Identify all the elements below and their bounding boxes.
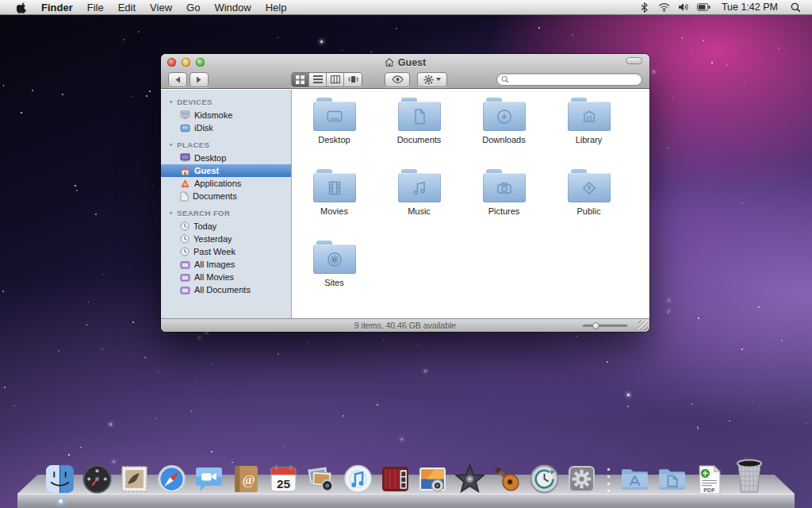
folder-music[interactable]: Music [380, 169, 459, 241]
menu-view[interactable]: View [143, 0, 179, 15]
window-title: Guest [398, 57, 426, 68]
window-titlebar[interactable]: Guest [161, 54, 649, 89]
search-icon [501, 75, 509, 83]
dock-garageband-icon[interactable] [492, 464, 522, 494]
document-icon [180, 191, 189, 202]
disclosure-triangle-icon: ▼ [168, 142, 174, 148]
clock-icon [180, 221, 190, 231]
ical-day-number: 25 [277, 477, 291, 491]
menu-window[interactable]: Window [207, 0, 258, 15]
volume-icon[interactable] [677, 0, 691, 15]
view-switcher [291, 72, 362, 87]
desktop-icon [180, 153, 190, 163]
app-menu-finder[interactable]: Finder [34, 0, 80, 15]
slider-knob[interactable] [592, 322, 599, 329]
icon-size-slider[interactable] [583, 325, 627, 327]
svg-text:@: @ [242, 471, 255, 487]
dock-trash-icon[interactable] [732, 457, 767, 494]
sidebar-section-places[interactable]: ▼PLACES [161, 138, 291, 152]
sidebar-item-guest[interactable]: Guest [161, 164, 291, 177]
clock-icon [180, 234, 190, 244]
sidebar-item-today[interactable]: Today [161, 220, 291, 233]
clock-icon [180, 247, 190, 256]
sidebar-item-desktop[interactable]: Desktop [161, 152, 291, 164]
folder-sites[interactable]: Sites [295, 241, 374, 312]
search-input[interactable] [496, 73, 642, 86]
folder-movies[interactable]: Movies [295, 169, 374, 241]
sidebar-item-documents[interactable]: Documents [161, 190, 291, 202]
gear-icon [423, 75, 434, 85]
resize-grip[interactable] [638, 321, 648, 330]
home-icon [180, 166, 190, 175]
folder-public[interactable]: Public [550, 169, 629, 241]
dock-photo-booth-icon[interactable] [381, 464, 410, 494]
sidebar-item-past-week[interactable]: Past Week [161, 245, 291, 258]
view-icon-button[interactable] [292, 73, 309, 87]
bluetooth-icon[interactable] [638, 0, 651, 15]
toolbar-toggle-pill[interactable] [626, 57, 642, 64]
apple-menu[interactable] [10, 0, 34, 15]
dock-ical-icon[interactable]: 25 [269, 464, 298, 494]
disclosure-triangle-icon: ▼ [168, 99, 174, 105]
folder-library[interactable]: Library [550, 98, 629, 169]
spotlight-icon[interactable] [789, 0, 802, 15]
dock: @ 25 [0, 446, 812, 508]
finder-sidebar: ▼DEVICES Kidsmoke iDisk ▼PLACES Desktop … [161, 90, 292, 318]
dock-system-preferences-icon[interactable] [567, 464, 596, 494]
dock-pdf-document-icon[interactable]: PDF [695, 464, 724, 494]
disclosure-triangle-icon: ▼ [168, 210, 174, 216]
dock-imovie-icon[interactable] [455, 464, 485, 494]
chevron-down-icon [436, 78, 441, 81]
sidebar-item-applications[interactable]: Applications [161, 177, 291, 190]
dock-documents-folder-icon[interactable] [657, 464, 687, 494]
view-list-button[interactable] [309, 73, 327, 87]
dock-time-machine-icon[interactable] [530, 464, 559, 494]
smart-folder-icon [180, 260, 190, 269]
dock-mail-icon[interactable] [120, 464, 149, 494]
dock-preview-icon[interactable] [306, 464, 335, 494]
dock-itunes-icon[interactable] [343, 464, 373, 494]
dock-safari-icon[interactable] [157, 464, 186, 494]
folder-downloads[interactable]: Downloads [465, 98, 544, 169]
action-menu-button[interactable] [417, 72, 447, 87]
dock-dashboard-icon[interactable] [82, 464, 112, 494]
eye-icon [392, 75, 404, 83]
sidebar-item-all-movies[interactable]: All Movies [161, 271, 291, 283]
folder-documents[interactable]: Documents [380, 98, 459, 169]
dock-finder-icon[interactable] [45, 464, 75, 494]
pdf-label: PDF [703, 487, 715, 494]
menu-edit[interactable]: Edit [111, 0, 143, 15]
view-coverflow-button[interactable] [344, 73, 362, 87]
view-column-button[interactable] [327, 73, 344, 87]
dock-iphoto-icon[interactable] [418, 464, 447, 494]
sidebar-item-yesterday[interactable]: Yesterday [161, 233, 291, 245]
menu-clock[interactable]: Tue 1:42 PM [717, 2, 783, 13]
menu-file[interactable]: File [80, 0, 111, 15]
dock-divider [604, 467, 612, 494]
quick-look-button[interactable] [385, 72, 410, 87]
wifi-icon[interactable] [657, 0, 671, 15]
folder-desktop[interactable]: Desktop [295, 98, 374, 169]
dock-address-book-icon[interactable]: @ [232, 464, 261, 494]
dock-applications-folder-icon[interactable] [620, 464, 649, 494]
dock-shelf-front [17, 494, 795, 508]
smart-folder-icon [180, 286, 190, 294]
sidebar-section-devices[interactable]: ▼DEVICES [161, 95, 291, 109]
home-icon [385, 58, 394, 67]
computer-icon [180, 110, 190, 120]
menu-help[interactable]: Help [259, 0, 294, 15]
folder-pictures[interactable]: Pictures [465, 169, 544, 241]
menu-bar: Finder File Edit View Go Window Help Tue… [0, 0, 812, 15]
sidebar-section-search-for[interactable]: ▼SEARCH FOR [161, 206, 291, 220]
forward-button[interactable] [190, 72, 209, 87]
sidebar-item-idisk[interactable]: iDisk [161, 121, 291, 134]
dock-ichat-icon[interactable] [194, 464, 224, 494]
sidebar-item-all-documents[interactable]: All Documents [161, 283, 291, 296]
back-button[interactable] [168, 72, 187, 87]
idisk-icon [180, 124, 190, 133]
battery-icon[interactable] [697, 0, 710, 15]
item-count-status: 9 items, 40.46 GB available [161, 321, 649, 330]
sidebar-item-all-images[interactable]: All Images [161, 258, 291, 271]
sidebar-item-kidsmoke[interactable]: Kidsmoke [161, 109, 291, 121]
menu-go[interactable]: Go [179, 0, 207, 15]
